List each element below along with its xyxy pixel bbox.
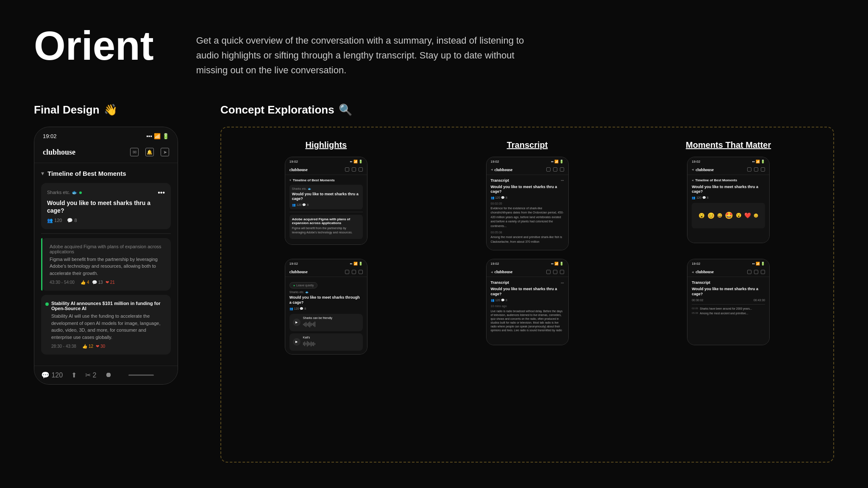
room-summary-2: Figma will benefit from the partnership …: [50, 256, 165, 277]
more-icon: •••: [158, 189, 165, 197]
mini-nav-1: clubhouse: [285, 165, 367, 175]
status-time: 19:02: [43, 133, 57, 139]
signal-icon: ▪▪▪: [146, 133, 152, 139]
chat-message: Live radio is radio broadcast without de…: [491, 309, 564, 333]
dashed-container: Highlights 19:02 ▪▪ 📶 🔋 clubhouse: [220, 127, 834, 463]
transcript-phone-1: 19:02 ▪▪ 📶 🔋 ◂ clubhouse: [486, 157, 569, 251]
play-button[interactable]: ▶: [293, 319, 300, 326]
mail-icon[interactable]: ✉: [130, 148, 139, 156]
comments-count: 💬 13: [92, 280, 103, 285]
concept-explorations-section: Concept Explorations 🔍 Highlights 19:02 …: [220, 103, 834, 463]
chevron-icon: ▾: [41, 170, 44, 177]
moments-phone-1: 19:02 ▪▪ 📶 🔋 ◂ clubhouse: [687, 157, 770, 243]
bell-icon[interactable]: 🔔: [145, 148, 154, 156]
audio-player-2[interactable]: ▶ Kali's: [289, 333, 363, 351]
room-source-1: Sharks etc. 🐟: [47, 190, 82, 195]
moments-entry-1: 02:05 Sharks have been around for 2000 y…: [692, 307, 765, 311]
highlights-label: Highlights: [305, 140, 347, 150]
clubhouse-logo: clubhouse: [43, 148, 75, 157]
concept-columns: Highlights 19:02 ▪▪ 📶 🔋 clubhouse: [234, 140, 821, 251]
home-indicator: [128, 374, 154, 376]
time-range-3: 28:30 - 43:38: [51, 344, 76, 349]
send-icon[interactable]: ➤: [161, 148, 169, 156]
header: Orient Get a quick overview of the conve…: [34, 25, 834, 78]
phone-bottom-bar: 💬 120 ⬆ ✂ 2 ⏺: [34, 366, 178, 384]
page-title: Orient: [34, 25, 154, 66]
waveform-2: [303, 340, 359, 348]
room-summary-3: Stability AI will use the funding to acc…: [51, 313, 165, 341]
hearts-count: ❤ 21: [106, 280, 115, 285]
transcript-label: Transcript: [507, 140, 548, 150]
thumbs-count-3: 👍 12: [82, 344, 93, 349]
room-card-header: Sharks etc. 🐟 •••: [47, 189, 165, 197]
room-source-2: Adobe acquired Figma with plans of expan…: [50, 244, 165, 254]
hearts-count-3: ❤ 30: [96, 344, 105, 349]
mini-content-1: ▾ Timeline of Best Moments Sharks etc. 🐟…: [285, 175, 367, 244]
room-stats-1: 👥 120 💬 8: [47, 218, 165, 223]
moments-column-2: 19:02 ▪▪ 📶 🔋 ◂ clubhouse: [636, 259, 821, 354]
scissors-icon[interactable]: ✂ 2: [85, 371, 96, 379]
mini-mail-icon: [345, 167, 349, 172]
page-container: Orient Get a quick overview of the conve…: [0, 0, 868, 488]
comments-icon[interactable]: 💬 120: [41, 371, 63, 379]
phone-content: ▾ Timeline of Best Moments Sharks etc. 🐟…: [34, 163, 178, 366]
room-card-2[interactable]: Adobe acquired Figma with plans of expan…: [41, 238, 171, 291]
room-title-1: Would you like to meet sharks thru a cag…: [47, 199, 165, 214]
wave-emoji: 👋: [104, 103, 117, 116]
listener-count: 👥 120: [47, 218, 62, 223]
divider: [41, 233, 171, 234]
transcript-column-2: 19:02 ▪▪ 📶 🔋 ◂ clubhouse: [435, 259, 620, 354]
transcript-phone-2: 19:02 ▪▪ 📶 🔋 ◂ clubhouse: [486, 259, 569, 345]
phone-status-bar: 19:02 ▪▪▪ 📶 🔋: [34, 127, 178, 144]
final-design-phone: 19:02 ▪▪▪ 📶 🔋 clubhouse ✉ 🔔 ➤: [34, 127, 178, 385]
transcript-column: Transcript 19:02 ▪▪ 📶 🔋 ◂ clubhouse: [435, 140, 620, 251]
mini-highlight-card: Adobe acquired Figma with plans of expan…: [289, 215, 363, 239]
concept-explorations-label: Concept Explorations 🔍: [220, 103, 834, 116]
mini-status-1: 19:02 ▪▪ 📶 🔋: [285, 157, 367, 165]
leave-quietly-badge: ● Leave quietly: [289, 282, 318, 288]
highlights-phone-2: 19:02 ▪▪ 📶 🔋 clubhouse: [285, 259, 367, 354]
highlights-column-2: 19:02 ▪▪ 📶 🔋 clubhouse: [234, 259, 418, 354]
record-icon[interactable]: ⏺: [105, 371, 112, 379]
concept-columns-row2: 19:02 ▪▪ 📶 🔋 clubhouse: [234, 259, 821, 354]
play-button-2[interactable]: ▶: [293, 338, 300, 346]
source-text: Sharks etc. 🐟: [47, 190, 78, 195]
audio-player-1[interactable]: ▶ Sharks can be friendly: [289, 314, 363, 331]
active-indicator: [41, 238, 42, 291]
moments-label: Moments That Matter: [686, 140, 771, 150]
concept-emoji: 🔍: [339, 103, 352, 116]
moments-phone-2: 19:02 ▪▪ 📶 🔋 ◂ clubhouse: [687, 259, 770, 345]
room-card-3[interactable]: Stability AI announces $101 million in f…: [41, 295, 171, 355]
timeline-header: ▾ Timeline of Best Moments: [41, 170, 171, 177]
comment-count: 💬 8: [67, 218, 77, 223]
header-description: Get a quick overview of the conversation…: [196, 25, 535, 78]
room-tags-2: 43:30 - 54:00 👍 4 💬 13 ❤ 21: [50, 280, 165, 285]
main-content: Final Design 👋 19:02 ▪▪▪ 📶 🔋 clubhouse: [34, 103, 834, 463]
phone-nav: clubhouse ✉ 🔔 ➤: [34, 144, 178, 163]
status-icons: ▪▪▪ 📶 🔋: [146, 133, 169, 139]
live-indicator: [79, 191, 82, 194]
final-design-label: Final Design 👋: [34, 103, 195, 116]
final-design-title: Final Design: [34, 103, 100, 116]
timeline-title: Timeline of Best Moments: [47, 170, 126, 177]
moments-chart: 😮 😊 😄 🤩 😮 ❤️ 😊: [692, 203, 765, 228]
share-icon[interactable]: ⬆: [71, 371, 77, 379]
room-source-3: Stability AI announces $101 million in f…: [51, 301, 165, 311]
moments-entry-2: 05:08 Among the most ancient and primiti…: [692, 312, 765, 315]
highlights-column: Highlights 19:02 ▪▪ 📶 🔋 clubhouse: [234, 140, 418, 251]
concept-label-text: Concept Explorations: [220, 103, 334, 116]
final-design-section: Final Design 👋 19:02 ▪▪▪ 📶 🔋 clubhouse: [34, 103, 195, 463]
nav-icons: ✉ 🔔 ➤: [130, 148, 169, 156]
thumbs-count: 👍 4: [81, 280, 89, 285]
mini-room-card: Sharks etc. 🐟 Would you like to meet sha…: [289, 185, 363, 209]
bottom-bar-icons: 💬 120 ⬆ ✂ 2 ⏺: [41, 371, 112, 379]
wifi-icon: 📶: [154, 133, 161, 139]
time-range-2: 43:30 - 54:00: [50, 280, 75, 285]
room-tags-3: 28:30 - 43:38 👍 12 ❤ 30: [51, 344, 165, 349]
battery-icon: 🔋: [162, 133, 169, 139]
waveform-1: [303, 320, 359, 329]
moments-timeline: 02:05 Sharks have been around for 2000 y…: [692, 307, 765, 316]
mini-bell-icon: [352, 167, 356, 172]
mini-send-icon: [359, 167, 363, 172]
room-card-1[interactable]: Sharks etc. 🐟 ••• Would you like to meet…: [41, 183, 171, 229]
